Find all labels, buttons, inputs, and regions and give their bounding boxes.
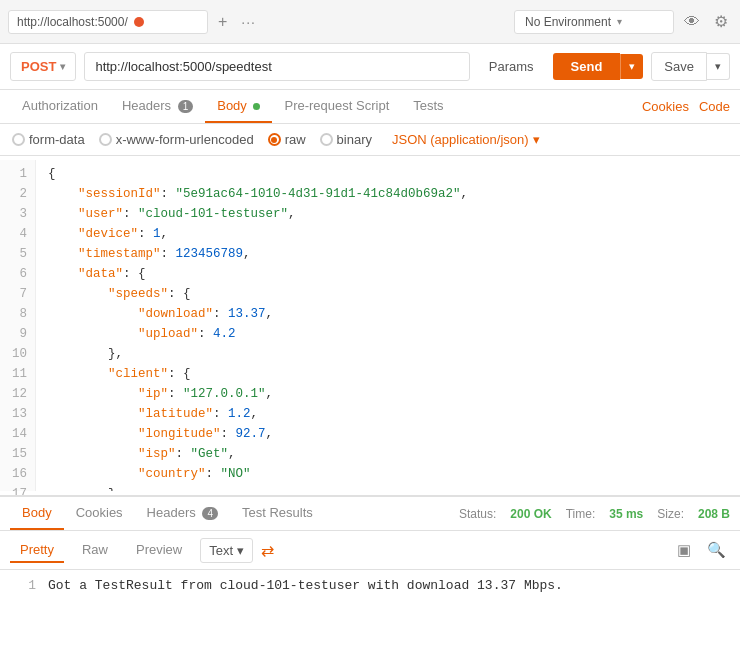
binary-option[interactable]: binary (320, 132, 372, 147)
json-type-select[interactable]: JSON (application/json) ▾ (392, 132, 540, 147)
eye-icon: 👁 (684, 13, 700, 31)
line-numbers: 1234567891011121314151617181920212223242… (0, 160, 36, 491)
copy-icon: ▣ (677, 541, 691, 558)
tab-prerequest[interactable]: Pre-request Script (272, 90, 401, 123)
response-output: 1 Got a TestResult from cloud-101-testus… (0, 570, 740, 601)
save-button-group: Save ▾ (651, 52, 730, 81)
search-icon: 🔍 (707, 541, 726, 558)
save-dropdown-button[interactable]: ▾ (707, 53, 730, 80)
eye-icon-button[interactable]: 👁 (680, 9, 704, 35)
urlencoded-radio[interactable] (99, 133, 112, 146)
resp-headers-badge: 4 (202, 507, 218, 520)
resp-tab-body[interactable]: Body (10, 497, 64, 530)
cookies-link[interactable]: Cookies (642, 99, 689, 114)
request-bar: POST ▾ Params Send ▾ Save ▾ (0, 44, 740, 90)
tab-tests[interactable]: Tests (401, 90, 455, 123)
resp-tab-cookies[interactable]: Cookies (64, 497, 135, 530)
code-link[interactable]: Code (699, 99, 730, 114)
raw-radio[interactable] (268, 133, 281, 146)
size-value: 208 B (698, 507, 730, 521)
tab-authorization[interactable]: Authorization (10, 90, 110, 123)
save-button[interactable]: Save (651, 52, 707, 81)
resp-tab-test-results[interactable]: Test Results (230, 497, 325, 530)
send-dropdown-button[interactable]: ▾ (620, 54, 643, 79)
tab-headers[interactable]: Headers 1 (110, 90, 205, 123)
search-response-button[interactable]: 🔍 (703, 537, 730, 563)
url-input[interactable] (84, 52, 469, 81)
response-section: Body Cookies Headers 4 Test Results Stat… (0, 496, 740, 601)
new-tab-button[interactable]: + (214, 13, 231, 31)
binary-radio[interactable] (320, 133, 333, 146)
resp-line-number: 1 (16, 578, 36, 593)
text-format-select[interactable]: Text ▾ (200, 538, 253, 563)
response-status-bar: Status: 200 OK Time: 35 ms Size: 208 B (459, 507, 730, 521)
tab-url-text: http://localhost:5000/ (17, 15, 128, 29)
more-tabs-button[interactable]: ··· (237, 14, 260, 30)
copy-response-button[interactable]: ▣ (673, 537, 695, 563)
method-label: POST (21, 59, 56, 74)
raw-option[interactable]: raw (268, 132, 306, 147)
env-select-label: No Environment (525, 15, 611, 29)
tab-status-dot (134, 17, 144, 27)
environment-select[interactable]: No Environment ▾ (514, 10, 674, 34)
response-tabs-bar: Body Cookies Headers 4 Test Results Stat… (0, 497, 740, 531)
urlencoded-option[interactable]: x-www-form-urlencoded (99, 132, 254, 147)
settings-button[interactable]: ⚙ (710, 8, 732, 35)
form-data-radio[interactable] (12, 133, 25, 146)
request-tabs: Authorization Headers 1 Body Pre-request… (0, 90, 740, 124)
req-tabs-right: Cookies Code (642, 99, 730, 114)
preview-button[interactable]: Preview (126, 538, 192, 563)
response-toolbar: Pretty Raw Preview Text ▾ ⇄ ▣ 🔍 (0, 531, 740, 570)
code-editor[interactable]: 1234567891011121314151617181920212223242… (0, 156, 740, 496)
body-active-dot (253, 103, 260, 110)
raw-button[interactable]: Raw (72, 538, 118, 563)
env-chevron-icon: ▾ (617, 16, 622, 27)
text-select-chevron-icon: ▾ (237, 543, 244, 558)
top-bar: http://localhost:5000/ + ··· No Environm… (0, 0, 740, 44)
code-content[interactable]: { "sessionId": "5e91ac64-1010-4d31-91d1-… (36, 160, 740, 491)
status-value: 200 OK (510, 507, 551, 521)
tab-body[interactable]: Body (205, 90, 272, 123)
send-button[interactable]: Send (553, 53, 621, 80)
method-select[interactable]: POST ▾ (10, 52, 76, 81)
wrap-icon[interactable]: ⇄ (261, 541, 274, 560)
method-chevron-icon: ▾ (60, 61, 65, 72)
status-label: Status: (459, 507, 496, 521)
time-label: Time: (566, 507, 596, 521)
form-data-option[interactable]: form-data (12, 132, 85, 147)
time-value: 35 ms (609, 507, 643, 521)
send-button-group: Send ▾ (553, 53, 644, 80)
response-text: Got a TestResult from cloud-101-testuser… (48, 578, 563, 593)
gear-icon: ⚙ (714, 12, 728, 31)
params-button[interactable]: Params (478, 52, 545, 81)
resp-tab-headers[interactable]: Headers 4 (135, 497, 230, 530)
json-type-chevron-icon: ▾ (533, 132, 540, 147)
headers-badge: 1 (178, 100, 194, 113)
pretty-button[interactable]: Pretty (10, 538, 64, 563)
body-options: form-data x-www-form-urlencoded raw bina… (0, 124, 740, 156)
url-tab[interactable]: http://localhost:5000/ (8, 10, 208, 34)
size-label: Size: (657, 507, 684, 521)
